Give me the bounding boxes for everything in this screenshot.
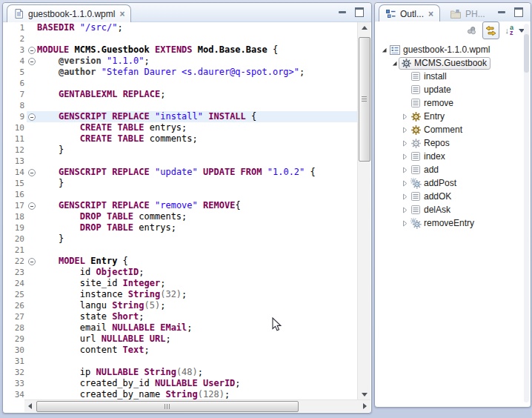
line-number[interactable]: 14 [4,167,27,178]
expander-collapsed-icon[interactable] [400,127,410,133]
line-number[interactable]: 10 [4,122,27,133]
tree-item-repos[interactable]: Repos [375,136,525,150]
expander-collapsed-icon[interactable] [400,220,410,227]
code-line[interactable]: 20 } [4,233,358,245]
code-line[interactable]: 1BASEDIR "/src/"; [4,22,358,33]
code-line[interactable]: 15 } [4,178,358,189]
horizontal-scrollbar-thumb[interactable] [36,401,299,412]
line-number[interactable]: 9 [4,111,27,122]
line-number[interactable]: 17 [4,200,27,211]
expander-collapsed-icon[interactable] [400,193,410,200]
tree-item-guestbook-1-1-0-wpml[interactable]: guestbook-1.1.0.wpml [375,43,525,56]
line-number[interactable]: 29 [4,334,27,345]
line-number[interactable]: 7 [4,89,27,100]
line-number[interactable]: 33 [4,378,27,389]
tree-item-index[interactable]: index [375,150,525,163]
scroll-left-icon[interactable] [24,400,36,412]
code-line[interactable]: 16 [4,189,358,200]
line-number[interactable]: 12 [4,145,27,156]
code-line[interactable]: 34 created_by_name String(128); [4,389,358,400]
code-line[interactable]: 9 GENSCRIPT REPLACE "install" INSTALL { [4,111,358,122]
code-line[interactable]: 12 } [4,145,358,156]
sort-alphabetical-icon[interactable]: ↓ a z [505,23,513,38]
tree-item-delask[interactable]: delAsk [375,203,525,216]
tree-item-entry[interactable]: Entry [375,110,525,123]
code-editor[interactable]: 1BASEDIR "/src/";23MODULE MCMS.Guestbook… [4,22,358,400]
maximize-icon[interactable] [355,7,364,17]
code-line[interactable]: 4 @version "1.1.0"; [4,56,358,67]
code-line[interactable]: 11 CREATE TABLE comments; [4,133,358,145]
line-number[interactable]: 4 [4,56,27,67]
code-line[interactable]: 17 GENSCRIPT REPLACE "remove" REMOVE{ [4,200,358,211]
scroll-down-icon[interactable] [358,389,370,400]
link-with-editor-icon[interactable] [482,21,499,39]
close-icon[interactable]: × [428,10,434,19]
minimize-icon[interactable] [498,11,505,13]
tree-item-comment[interactable]: Comment [375,123,525,136]
minimize-icon[interactable] [339,11,346,13]
line-number[interactable]: 3 [4,44,27,56]
expander-collapsed-icon[interactable] [400,207,410,213]
vertical-scrollbar-thumb[interactable] [359,37,370,162]
code-line[interactable]: 7 GENTABLEXML REPLACE; [4,89,358,100]
tree-item-removeentry[interactable]: removeEntry [375,216,525,230]
code-line[interactable]: 21 [4,245,358,256]
horizontal-scrollbar[interactable] [24,399,370,412]
line-number[interactable]: 30 [4,345,27,356]
line-number[interactable]: 23 [4,267,27,278]
code-line[interactable]: 27 state Short; [4,311,358,322]
expander-collapsed-icon[interactable] [400,140,410,147]
code-line[interactable]: 23 id ObjectID; [4,267,358,278]
line-number[interactable]: 22 [4,256,27,267]
code-line[interactable]: 19 DROP TABLE entrys; [4,222,358,233]
tree-item-mcms-guestbook[interactable]: MCMS.Guestbook [375,56,525,70]
expander-collapsed-icon[interactable] [400,113,410,120]
collapse-icon[interactable] [28,258,36,265]
code-line[interactable]: 32 ip NULLABLE String(48); [4,367,358,378]
tab-outline[interactable]: Outl... × [379,4,440,22]
expander-collapsed-icon[interactable] [400,167,410,173]
expander-collapsed-icon[interactable] [400,153,410,160]
line-number[interactable]: 15 [4,178,27,189]
line-number[interactable]: 13 [4,156,27,167]
line-number[interactable]: 32 [4,367,27,378]
tree-item-install[interactable]: install [375,70,525,83]
code-line[interactable]: 14 GENSCRIPT REPLACE "update" UPDATE FRO… [4,167,358,178]
scroll-up-icon[interactable] [358,22,370,33]
tree-item-addok[interactable]: addOK [375,190,525,203]
line-number[interactable]: 24 [4,278,27,289]
code-line[interactable]: 8 [4,100,358,111]
line-number[interactable]: 5 [4,67,27,78]
collapse-icon[interactable] [28,113,36,121]
code-line[interactable]: 2 [4,33,358,44]
line-number[interactable]: 21 [4,245,27,256]
collapse-icon[interactable] [28,47,36,54]
code-line[interactable]: 18 DROP TABLE comments; [4,211,358,222]
close-icon[interactable]: × [119,10,125,19]
scroll-right-icon[interactable] [359,400,370,412]
code-line[interactable]: 5 @author "Stefan Daurer <s.daurer@q-spo… [4,67,358,78]
line-number[interactable]: 16 [4,189,27,200]
line-number[interactable]: 25 [4,289,27,300]
line-number[interactable]: 11 [4,133,27,145]
line-number[interactable]: 31 [4,356,27,367]
line-number[interactable]: 18 [4,211,27,222]
tree-item-remove[interactable]: remove [375,96,525,110]
line-number[interactable]: 1 [4,22,27,33]
editor-tab[interactable]: guestbook-1.1.0.wpml × [7,4,131,22]
code-line[interactable]: 29 url NULLABLE URL; [4,334,358,345]
code-line[interactable]: 13 [4,156,358,167]
line-number[interactable]: 6 [4,78,27,89]
line-number[interactable]: 27 [4,311,27,322]
outline-scrollbar-thumb[interactable] [524,34,529,73]
outline-scrollbar[interactable] [524,24,529,402]
line-number[interactable]: 20 [4,233,27,245]
code-line[interactable]: 25 instance String(32); [4,289,358,300]
code-line[interactable]: 26 langu String(5); [4,300,358,311]
expander-collapsed-icon[interactable] [400,180,410,187]
tree-item-update[interactable]: update [375,83,525,96]
expander-expanded-icon[interactable] [379,47,389,53]
presentation-icon[interactable] [467,23,477,38]
code-line[interactable]: 30 content Text; [4,345,358,356]
code-line[interactable]: 28 email NULLABLE EMail; [4,322,358,334]
